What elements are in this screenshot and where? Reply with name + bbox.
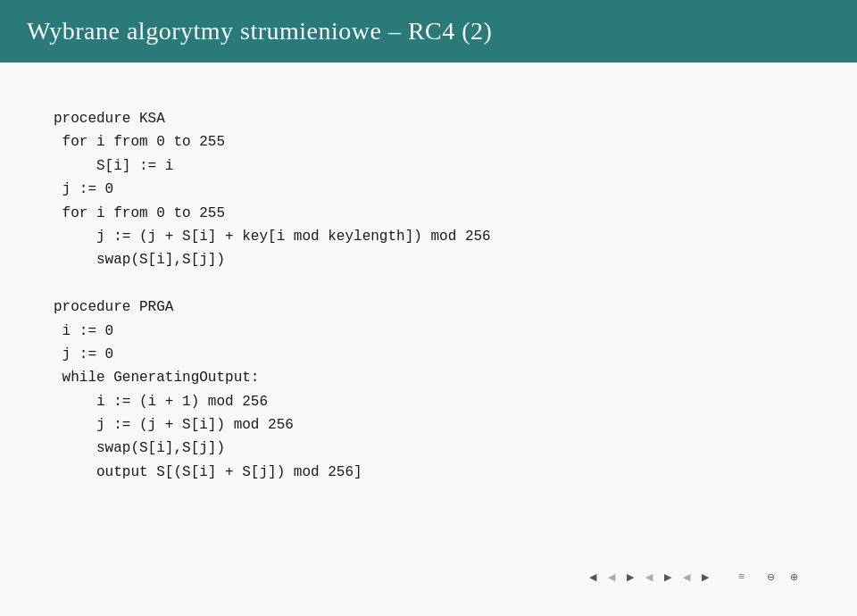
nav-list-left-button[interactable]: ▶: [658, 569, 678, 585]
nav-zoom-in-button[interactable]: ⊕: [784, 569, 803, 585]
page-container: Wybrane algorytmy strumieniowe – RC4 (2)…: [0, 0, 857, 616]
nav-divider-3: ◀: [683, 571, 690, 583]
code-line-12: while GeneratingOutput:: [54, 366, 803, 389]
footer: ◀ ◀ ▶ ◀ ▶ ◀ ▶ ≡ ⊖ ⊕: [54, 560, 803, 589]
nav-menu-button[interactable]: ▶: [620, 569, 640, 585]
nav-align-icon: ≡: [738, 570, 745, 584]
code-line-9: procedure PRGA: [54, 296, 803, 319]
code-line-6: j := (j + S[i] + key[i mod keylength]) m…: [54, 225, 803, 248]
nav-divider-2: ◀: [645, 571, 653, 583]
navigation-controls: ◀ ◀ ▶ ◀ ▶ ◀ ▶ ≡ ⊖ ⊕: [583, 569, 803, 585]
code-line-15: swap(S[i],S[j]): [54, 437, 803, 460]
code-line-10: i := 0: [54, 320, 803, 343]
code-line-14: j := (j + S[i]) mod 256: [54, 413, 803, 437]
code-line-16: output S[(S[i] + S[j]) mod 256]: [54, 461, 803, 484]
code-line-11: j := 0: [54, 343, 803, 366]
code-line-2: for i from 0 to 255: [54, 130, 803, 154]
code-line-13: i := (i + 1) mod 256: [54, 390, 803, 413]
nav-prev-button[interactable]: ◀: [583, 569, 603, 585]
code-line-8: [54, 272, 803, 296]
code-block: procedure KSA for i from 0 to 255 S[i] :…: [54, 107, 803, 484]
code-line-3: S[i] := i: [54, 154, 803, 178]
nav-list-right-button[interactable]: ▶: [695, 569, 715, 585]
header: Wybrane algorytmy strumieniowe – RC4 (2): [0, 0, 857, 62]
page-title: Wybrane algorytmy strumieniowe – RC4 (2): [27, 17, 492, 46]
nav-divider-1: ◀: [608, 571, 615, 583]
code-line-4: j := 0: [54, 178, 803, 201]
nav-zoom-out-button[interactable]: ⊖: [761, 569, 780, 585]
code-line-5: for i from 0 to 255: [54, 202, 803, 225]
code-line-7: swap(S[i],S[j]): [54, 248, 803, 271]
main-content: procedure KSA for i from 0 to 255 S[i] :…: [0, 62, 857, 616]
code-line-1: procedure KSA: [54, 107, 803, 130]
